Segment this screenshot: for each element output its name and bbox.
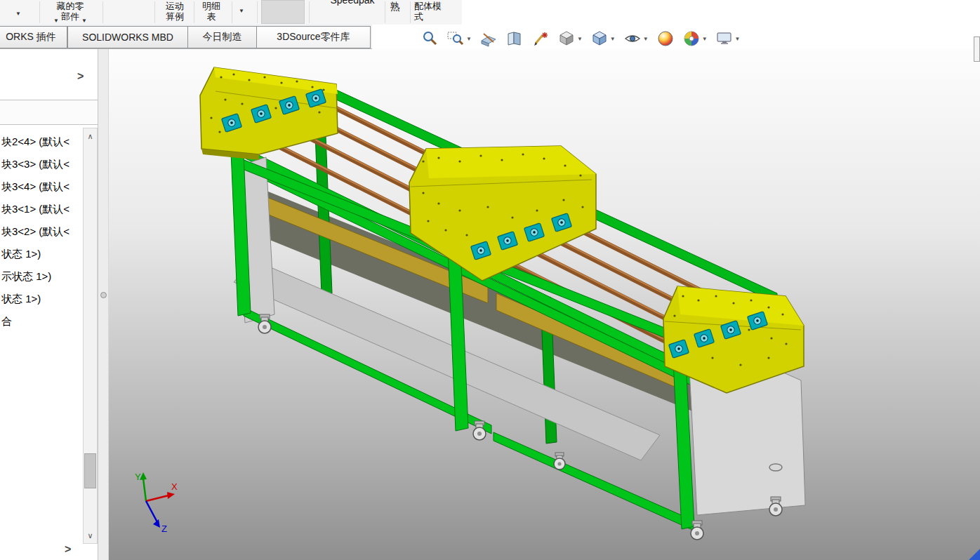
view-cube-icon [590,29,609,48]
tab-3dsource-library[interactable]: 3DSource零件库 [256,26,371,48]
resize-corner-icon[interactable] [969,549,980,560]
ribbon-separator [309,1,310,23]
ribbon-separator [257,1,258,23]
viewport-mini-scrollbar[interactable] [974,36,980,62]
ribbon-separator [385,1,385,23]
y-axis-label: Y [135,472,141,482]
assembly-mode-button[interactable]: 配体模 式 [414,1,458,22]
eye-icon [623,29,642,48]
tree-header-box[interactable] [0,100,98,125]
disabled-ribbon-button [261,0,305,24]
hidden-components-label-2: 部件 [45,11,95,22]
assembly-mode-label-2: 式 [414,11,458,22]
z-axis-label: Z [161,524,167,533]
section-view-button[interactable] [479,29,498,48]
dropdown-caret-icon[interactable]: ▼ [81,18,87,24]
scroll-up-button[interactable]: ∧ [84,128,97,144]
tree-item[interactable]: 状态 1>) [1,243,81,265]
ribbon-separator [232,1,232,23]
panel-splitter[interactable] [98,49,109,560]
bom-label-2: 表 [195,11,227,22]
tab-bar: ORKS 插件 SOLIDWORKS MBD 今日制造 3DSource零件库 [0,25,372,49]
speedpak-button[interactable]: Speedpak [320,0,385,6]
orientation-pages-button[interactable] [505,29,524,48]
dropdown-caret-icon[interactable]: ▼ [610,36,616,42]
zoom-area-button[interactable]: ▼ [446,29,472,48]
monitor-icon [715,29,734,48]
motion-study-label-2: 算例 [157,11,192,22]
ribbon-separator [39,1,40,23]
feature-tree-panel: > 块2<4> (默认< 块3<3> (默认< 块3<4> (默认< 块3<1>… [0,49,98,560]
zoom-fit-icon [421,29,439,48]
ribbon: ▼ 藏的零 部件 ▼ ▼ 运动 算例 明细 表 ▼ Speedpak 熟 配体模… [0,0,980,25]
section-view-icon [479,29,498,48]
tree-item[interactable]: 状态 1>) [1,288,81,310]
apply-scene-button[interactable]: ▼ [682,29,708,48]
panel-bottom-chevron[interactable]: > [65,543,71,556]
zoom-fit-button[interactable] [420,29,439,48]
scene-color-wheel-icon [682,29,701,48]
tree-item[interactable]: 合 [1,310,81,333]
edit-sketch-pencil-icon [531,29,550,48]
dropdown-caret-icon[interactable]: ▼ [643,36,649,42]
bom-table-button[interactable]: 明细 表 [195,1,227,22]
tree-item[interactable]: 块3<4> (默认< [1,175,81,198]
motion-study-label-1: 运动 [157,1,192,11]
edit-appearance-button[interactable] [656,29,675,48]
view-orientation-cube-button[interactable]: ▼ [590,29,616,48]
dropdown-caret-icon[interactable]: ▼ [15,11,21,17]
tree-item[interactable]: 块3<2> (默认< [1,220,81,243]
tree-item[interactable]: 块3<1> (默认< [1,198,81,220]
panel-expand-chevron[interactable]: > [77,70,84,83]
hidden-components-label-1: 藏的零 [45,1,95,11]
tab-solidworks-mbd[interactable]: SOLIDWORKS MBD [67,26,188,48]
dropdown-caret-icon[interactable]: ▼ [735,36,741,42]
ribbon-fragment-label: 熟 [390,1,400,12]
coordinate-triad: Y X Z [126,469,183,533]
ribbon-separator [410,1,411,23]
scroll-down-button[interactable]: ∨ [84,528,97,543]
tree-item[interactable]: 块2<4> (默认< [1,131,81,153]
scrollbar-thumb[interactable] [84,453,96,488]
display-style-button[interactable]: ▼ [557,29,583,48]
assembly-mode-label-1: 配体模 [414,1,458,11]
appearance-sphere-icon [656,29,675,48]
motion-study-button[interactable]: 运动 算例 [157,1,192,22]
heads-up-toolbar: ▼ ▼ ▼ ▼ ▼ ▼ [420,29,741,48]
tree-scrollbar[interactable]: ∧ ∨ [83,128,98,544]
tree-item[interactable]: 示状态 1>) [1,265,81,288]
zoom-area-icon [446,29,465,48]
ribbon-separator [102,1,103,23]
tree-item[interactable]: 块3<3> (默认< [1,153,81,175]
splitter-handle-icon[interactable] [100,292,107,298]
solidworks-window: Y X Z ▼ ▼ ▼ ▼ [0,0,980,560]
hidden-components-button[interactable]: 藏的零 部件 [45,1,95,22]
ribbon-separator [154,1,155,23]
assembly-model[interactable] [109,49,980,560]
tab-solidworks-addins[interactable]: ORKS 插件 [0,26,67,48]
orientation-pages-icon [505,29,524,48]
tab-jinri-zhizao[interactable]: 今日制造 [187,26,257,48]
ribbon-separator [194,1,194,23]
edit-sketch-button[interactable] [531,29,550,48]
dropdown-caret-icon[interactable]: ▼ [239,8,244,14]
hide-show-items-button[interactable]: ▼ [623,29,649,48]
x-axis-arrow-icon [167,492,175,499]
view-settings-button[interactable]: ▼ [715,29,741,48]
dropdown-caret-icon[interactable]: ▼ [466,36,472,42]
dropdown-caret-icon[interactable]: ▼ [702,36,708,42]
display-style-cube-icon [557,29,576,48]
bom-label-1: 明细 [195,1,227,11]
x-axis-label: X [171,481,178,492]
ribbon-empty-area [462,0,980,25]
dropdown-caret-icon[interactable]: ▼ [53,18,59,24]
dropdown-caret-icon[interactable]: ▼ [577,36,583,42]
